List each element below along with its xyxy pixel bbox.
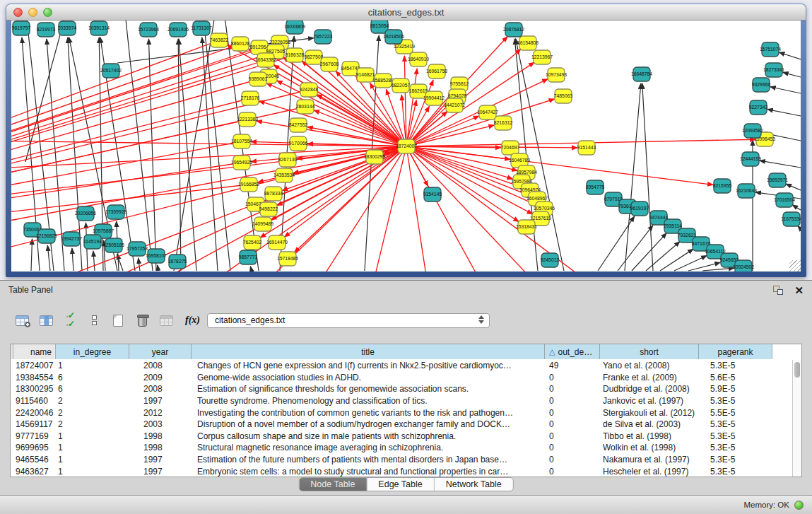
table-row[interactable]: 969969511998Structural magnetic resonanc… bbox=[11, 442, 792, 454]
column-header-in_degree[interactable]: in_degree bbox=[56, 344, 129, 359]
graph-edge[interactable] bbox=[618, 225, 653, 271]
graph-node[interactable]: 20517402 bbox=[100, 64, 122, 78]
cell-out_de[interactable]: 0 bbox=[545, 396, 600, 406]
cell-title[interactable]: Genome-wide association studies in ADHD. bbox=[192, 373, 545, 382]
graph-node[interactable]: 16914479 bbox=[266, 235, 288, 250]
table-header[interactable]: namein_degreeyeartitle△out_de…shortpager… bbox=[11, 344, 801, 359]
graph-node[interactable]: 20876812 bbox=[503, 23, 524, 37]
graph-node[interactable]: 7204697 bbox=[501, 141, 520, 155]
graph-edge[interactable] bbox=[294, 146, 406, 252]
graph-node[interactable]: 16958107 bbox=[146, 249, 167, 263]
cell-out_de[interactable]: 0 bbox=[545, 443, 600, 452]
graph-edge[interactable] bbox=[406, 146, 485, 271]
graph-node[interactable]: 7625402 bbox=[243, 235, 262, 250]
graph-node[interactable]: 12213967 bbox=[531, 50, 553, 64]
graph-node[interactable]: 18724007 bbox=[396, 139, 417, 153]
graph-node[interactable]: 10973493 bbox=[546, 68, 567, 82]
cell-year[interactable]: 2008 bbox=[129, 361, 192, 370]
cell-name[interactable]: 9465546 bbox=[13, 455, 56, 465]
graph-node[interactable]: 7485063 bbox=[554, 89, 573, 103]
cell-in_degree[interactable]: 1 bbox=[56, 361, 129, 370]
network-window-titlebar[interactable]: citations_edges.txt bbox=[6, 4, 806, 21]
network-graph[interactable]: 1872400718300295746382288601288912954232… bbox=[11, 21, 801, 271]
vertical-scrollbar[interactable] bbox=[792, 360, 801, 477]
graph-node[interactable]: 8216312 bbox=[494, 116, 513, 130]
graph-node[interactable]: 10924502 bbox=[733, 260, 754, 271]
column-header-out_de[interactable]: △out_de… bbox=[545, 344, 600, 359]
graph-edge[interactable] bbox=[779, 52, 801, 59]
graph-node[interactable]: 12093582 bbox=[742, 124, 763, 138]
function-builder-button[interactable]: f(x) bbox=[185, 315, 200, 326]
cell-title[interactable]: Embryonic stem cells: a model to study s… bbox=[192, 467, 545, 477]
scrollbar-thumb[interactable] bbox=[794, 362, 800, 378]
cell-pagerank[interactable]: 5.5E-5 bbox=[699, 408, 772, 418]
graph-node[interactable]: 19654925 bbox=[231, 156, 252, 170]
cell-pagerank[interactable]: 5.6E-5 bbox=[699, 373, 772, 382]
cell-name[interactable]: 9699695 bbox=[13, 443, 56, 452]
graph-edge[interactable] bbox=[702, 268, 734, 271]
graph-node[interactable]: 20206856 bbox=[75, 206, 96, 221]
cell-short[interactable]: Stergiakouli et al. (2012) bbox=[600, 408, 699, 418]
graph-edge[interactable] bbox=[406, 62, 534, 146]
graph-node[interactable]: 19166852 bbox=[238, 177, 259, 192]
table-row[interactable]: 1872400712008Changes of HCN gene express… bbox=[11, 360, 792, 372]
graph-node[interactable]: 16543382 bbox=[255, 53, 276, 67]
graph-edge[interactable] bbox=[158, 265, 158, 271]
column-header-name[interactable]: name bbox=[13, 344, 56, 359]
graph-node[interactable]: 10391314 bbox=[88, 21, 110, 35]
graph-node[interactable]: 12505185 bbox=[103, 238, 124, 252]
cell-name[interactable]: 9463627 bbox=[13, 467, 56, 477]
cell-pagerank[interactable]: 5.3E-5 bbox=[699, 396, 772, 406]
select-rows-button[interactable]: ✓✓ bbox=[59, 310, 81, 330]
cell-in_degree[interactable]: 1 bbox=[56, 455, 129, 465]
table-row[interactable]: 1456911722003Disruption of a novel membe… bbox=[11, 419, 792, 431]
cell-pagerank[interactable]: 5.9E-5 bbox=[699, 384, 772, 394]
graph-node[interactable]: 15751074 bbox=[760, 42, 781, 57]
graph-node[interactable]: 16154808 bbox=[517, 36, 539, 50]
graph-edge[interactable] bbox=[93, 251, 95, 271]
graph-edge[interactable] bbox=[792, 205, 801, 210]
column-header-short[interactable]: short bbox=[600, 344, 699, 359]
cell-title[interactable]: Structural magnetic resonance image aver… bbox=[192, 443, 545, 452]
cell-name[interactable]: 14569117 bbox=[13, 419, 56, 429]
cell-pagerank[interactable]: 5.3E-5 bbox=[699, 443, 772, 452]
cell-out_de[interactable]: 0 bbox=[545, 408, 600, 418]
graph-node[interactable]: 9619797 bbox=[12, 21, 31, 35]
graph-node[interactable]: 14099489 bbox=[252, 217, 273, 231]
network-window[interactable]: citations_edges.txt 18724007183002957463… bbox=[6, 4, 806, 277]
graph-node[interactable]: 9170066 bbox=[289, 136, 308, 151]
graph-node[interactable]: 18107554 bbox=[231, 134, 252, 148]
graph-node[interactable]: 1145194 bbox=[83, 235, 102, 249]
column-header-pagerank[interactable]: pagerank bbox=[699, 344, 772, 359]
graph-edge[interactable] bbox=[139, 258, 140, 271]
table-settings-button[interactable] bbox=[11, 310, 33, 330]
graph-edge[interactable] bbox=[598, 216, 635, 271]
cell-short[interactable]: Yano et al. (2008) bbox=[600, 361, 699, 370]
graph-node[interactable]: 8878334 bbox=[264, 187, 283, 201]
cell-title[interactable]: Corpus callosum shape and size in male p… bbox=[192, 431, 545, 441]
cell-year[interactable]: 2008 bbox=[129, 384, 192, 394]
cell-out_de[interactable]: 0 bbox=[545, 373, 600, 382]
graph-edge[interactable] bbox=[11, 146, 406, 226]
graph-node[interactable]: 13942737 bbox=[61, 232, 82, 246]
graph-node[interactable]: 17359928 bbox=[105, 205, 126, 219]
cell-in_degree[interactable]: 1 bbox=[56, 431, 129, 441]
graph-edge[interactable] bbox=[250, 267, 252, 271]
graph-node[interactable]: 12213383 bbox=[237, 112, 258, 127]
graph-node[interactable]: 9154145 bbox=[423, 187, 442, 201]
graph-node[interactable]: 9245012 bbox=[541, 253, 560, 267]
cell-year[interactable]: 1997 bbox=[129, 467, 192, 477]
cell-year[interactable]: 1998 bbox=[129, 443, 192, 452]
graph-edge[interactable] bbox=[406, 146, 713, 185]
row-height-button[interactable] bbox=[83, 310, 105, 330]
table-row[interactable]: 2242004622012Investigating the contribut… bbox=[11, 407, 792, 419]
cell-in_degree[interactable]: 2 bbox=[56, 408, 129, 418]
cell-short[interactable]: Jankovic et al. (1997) bbox=[600, 396, 699, 406]
table-row[interactable]: 1938455462009Genome-wide association stu… bbox=[11, 372, 792, 384]
graph-node[interactable]: 8954775 bbox=[586, 180, 605, 194]
graph-node[interactable]: 8219973 bbox=[37, 23, 56, 37]
cell-in_degree[interactable]: 6 bbox=[56, 384, 129, 394]
table-row[interactable]: 946362711997Embryonic stem cells: a mode… bbox=[11, 465, 792, 477]
graph-node[interactable]: 8215955 bbox=[713, 179, 732, 193]
cell-out_de[interactable]: 0 bbox=[545, 419, 600, 429]
